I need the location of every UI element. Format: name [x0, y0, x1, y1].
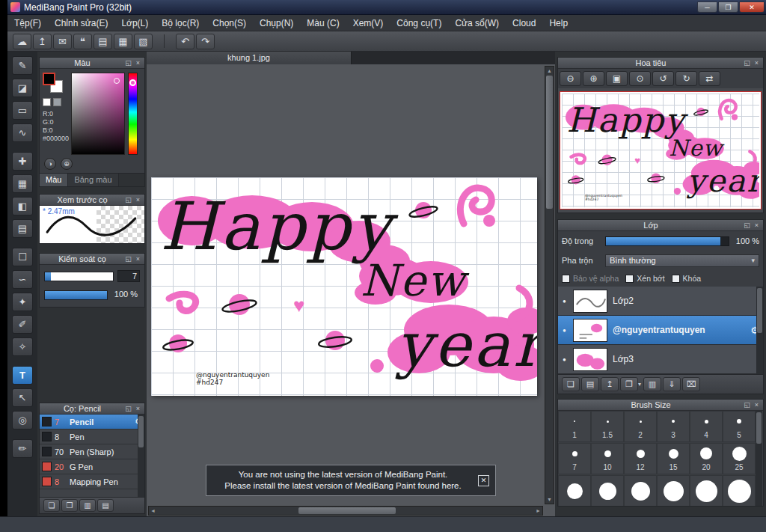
layer-item-lop3[interactable]: ● Lớp3 [558, 345, 763, 374]
scrollbar-thumb[interactable] [138, 416, 144, 447]
brush-size-option-4[interactable]: 4 [690, 411, 723, 442]
hue-slider[interactable] [128, 73, 138, 155]
brush-size-slider[interactable] [44, 272, 114, 281]
popout-icon[interactable]: ◱ [124, 405, 132, 412]
menu-cloud[interactable]: Cloud [506, 15, 542, 31]
chevron-down-icon[interactable]: ▾ [638, 381, 641, 388]
brush-size-option-1[interactable]: 1 [558, 411, 591, 442]
brush-menu-button[interactable]: ▤ [97, 499, 114, 512]
add-color-icon[interactable]: ⊕ [61, 158, 73, 170]
close-icon[interactable]: × [753, 59, 761, 67]
brush-size-option-20[interactable]: 20 [690, 443, 723, 474]
brush-size-option[interactable] [723, 475, 756, 507]
tool-shape[interactable]: ▭ [12, 101, 33, 120]
brush-size-option-1-5[interactable]: 1.5 [591, 411, 624, 442]
zoom-actual-icon[interactable]: ⊙ [629, 71, 651, 86]
sv-cursor[interactable] [114, 78, 120, 84]
close-icon[interactable]: × [753, 221, 761, 229]
fg-bg-swatches[interactable] [43, 73, 65, 95]
brush-size-option-12[interactable]: 12 [624, 443, 657, 474]
brush-item-pencil[interactable]: 7 Pencil ⚙ [40, 415, 144, 429]
navigator-thumbnail[interactable] [560, 91, 762, 210]
layer-list-scrollbar[interactable] [756, 287, 763, 374]
scroll-up-icon[interactable]: ▲ [545, 67, 554, 75]
popout-icon[interactable]: ◱ [124, 196, 132, 204]
brush-size-option[interactable] [657, 475, 690, 507]
scrollbar-thumb[interactable] [546, 76, 553, 209]
vertical-scrollbar[interactable]: ▲ ▼ [545, 66, 554, 504]
new-layer-button[interactable]: ❏ [562, 377, 580, 391]
mini-swatch-white[interactable] [43, 98, 51, 106]
zoom-out-icon[interactable]: ⊖ [560, 71, 581, 86]
layer-visibility-icon[interactable]: ● [563, 327, 573, 334]
brush-item-g-pen[interactable]: 20 G Pen [40, 459, 144, 474]
popout-icon[interactable]: ◱ [743, 401, 751, 409]
protect-alpha-checkbox[interactable]: Bảo vệ alpha [562, 274, 619, 283]
menu-color[interactable]: Màu (C) [300, 15, 346, 31]
tab-palette[interactable]: Bảng màu [68, 174, 118, 186]
duplicate-layer-button[interactable]: ▤ [581, 377, 599, 391]
brush-size-option[interactable] [558, 475, 591, 507]
cloud-icon[interactable]: ☁ [13, 34, 31, 49]
checkbox[interactable] [562, 275, 570, 283]
scrollbar-thumb[interactable] [757, 288, 762, 333]
brush-list-scrollbar[interactable] [138, 415, 144, 497]
undo-button[interactable]: ↶ [176, 34, 194, 49]
hue-cursor[interactable] [129, 79, 136, 86]
upload-icon[interactable]: ↥ [33, 34, 52, 49]
close-button[interactable]: ✕ [739, 1, 765, 13]
rotate-right-icon[interactable]: ↻ [675, 71, 697, 86]
brush-opacity-slider[interactable] [44, 290, 108, 300]
tool-hand[interactable]: ↖ [12, 388, 33, 407]
menu-help[interactable]: Help [542, 15, 574, 31]
menu-filter[interactable]: Bộ lọc(R) [155, 15, 206, 31]
tool-lasso[interactable]: ∽ [12, 270, 33, 289]
panel-layout-icon[interactable]: ▧ [134, 34, 153, 49]
brush-size-option-3[interactable]: 3 [657, 411, 690, 442]
merge-layer-button[interactable]: ⇓ [663, 377, 681, 391]
close-icon[interactable]: × [134, 405, 142, 412]
tool-fill-rect[interactable]: ▦ [12, 174, 33, 193]
menu-window[interactable]: Cửa sổ(W) [448, 15, 506, 31]
brush-size-option-15[interactable]: 15 [657, 443, 690, 474]
document-icon[interactable]: ▤ [94, 34, 112, 49]
flip-icon[interactable]: ⇄ [699, 71, 720, 86]
tab-color[interactable]: Màu [40, 174, 68, 186]
layer-move-button[interactable]: ❐ [620, 377, 638, 391]
popout-icon[interactable]: ◱ [743, 221, 751, 229]
menu-view[interactable]: Xem(V) [346, 15, 390, 31]
comment-icon[interactable]: ✉ [53, 34, 72, 49]
popout-icon[interactable]: ◱ [743, 59, 751, 67]
brush-item-pen-sharp[interactable]: 70 Pen (Sharp) [40, 444, 144, 459]
minimize-button[interactable]: ─ [697, 1, 717, 13]
clipping-checkbox[interactable]: Xén bớt [625, 274, 664, 283]
tool-eraser[interactable]: ◪ [12, 79, 33, 97]
brush-size-option-25[interactable]: 25 [723, 443, 756, 474]
layer-folder-button[interactable]: ▥ [643, 377, 661, 391]
brush-size-option-7[interactable]: 7 [558, 443, 591, 474]
layer-item-nguyentrantuquyen[interactable]: ● @nguyentrantuquyen ⚙ [558, 316, 763, 345]
brush-item-pen[interactable]: 8 Pen [40, 429, 144, 444]
lock-checkbox[interactable]: Khóa [672, 274, 702, 283]
tool-div-pen[interactable]: ✏ [12, 439, 33, 458]
horizontal-scrollbar[interactable]: ◄ ► [148, 506, 543, 516]
tool-text[interactable]: T [12, 366, 33, 385]
redo-button[interactable]: ↷ [196, 34, 215, 49]
tool-gradient[interactable]: ▤ [12, 219, 33, 238]
scroll-down-icon[interactable]: ▼ [545, 495, 554, 504]
layer-up-button[interactable]: ↥ [601, 377, 619, 391]
new-brush-button[interactable]: ❏ [43, 499, 60, 512]
tool-snap[interactable]: ∿ [12, 123, 33, 142]
tool-bucket[interactable]: ◧ [12, 197, 33, 215]
close-icon[interactable]: × [134, 59, 142, 67]
close-icon[interactable]: × [753, 401, 761, 409]
layer-item-lop2[interactable]: ● Lớp2 [558, 287, 763, 316]
close-icon[interactable]: × [134, 255, 142, 263]
menu-select[interactable]: Chọn(S) [206, 15, 253, 31]
blend-mode-select[interactable]: Bình thường ▾ [605, 254, 759, 267]
scroll-right-icon[interactable]: ► [534, 507, 542, 515]
layer-visibility-icon[interactable]: ● [563, 356, 573, 363]
canvas-sheet[interactable]: ♥ Happy New [151, 177, 537, 396]
popout-icon[interactable]: ◱ [124, 59, 132, 67]
eyedropper-icon[interactable]: ◑ [44, 158, 56, 170]
